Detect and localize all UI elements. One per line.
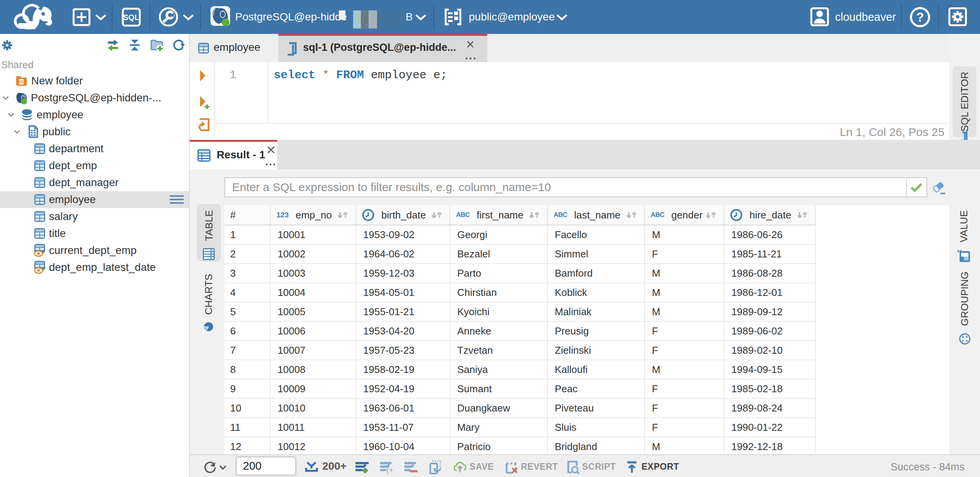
svg-text:(+): (+) xyxy=(386,466,394,474)
svg-text:SQL: SQL xyxy=(123,13,139,22)
svg-text:?: ? xyxy=(916,10,924,24)
